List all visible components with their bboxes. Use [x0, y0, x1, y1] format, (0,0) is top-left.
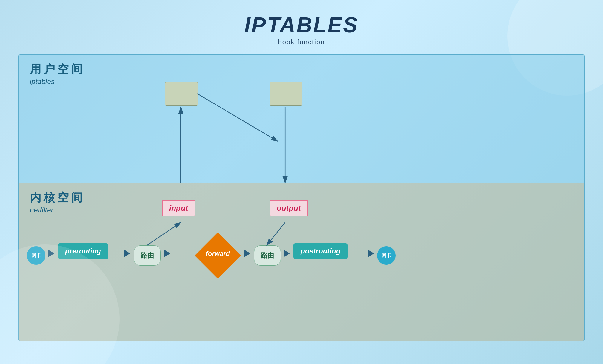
kernel-space-zone: 内核空间 netfilter input output 网卡 preroutin… [19, 183, 584, 341]
page-title-area: IPTABLES hook function [0, 0, 603, 46]
arrow-after-prerouting [124, 250, 130, 257]
forward-diamond [195, 232, 241, 279]
prerouting-box: prerouting [58, 243, 108, 259]
diagram-wrapper: 用户空间 iptables [18, 54, 585, 341]
netcard-left-label: 网卡 [31, 253, 41, 258]
netcard-right: 网卡 [377, 246, 396, 265]
svg-line-9 [267, 222, 285, 245]
output-hook-box: output [270, 200, 308, 216]
routing-left-label: 路由 [141, 251, 154, 260]
postrouting-box: postrouting [293, 243, 348, 259]
arrow-after-routing-left [164, 250, 170, 257]
postrouting-label: postrouting [301, 247, 340, 255]
prerouting-label: prerouting [65, 247, 101, 255]
output-label: output [277, 204, 301, 212]
netcard-right-label: 网卡 [382, 253, 391, 258]
sub-title: hook function [0, 38, 603, 46]
user-space-en-label: iptables [30, 77, 584, 86]
arrow-after-forward [244, 250, 250, 257]
arrow-after-netcard-left [48, 250, 54, 257]
routing-right-box: 路由 [254, 245, 281, 266]
userspace-process-box-right [270, 82, 302, 106]
routing-right-label: 路由 [261, 251, 274, 260]
svg-line-2 [197, 94, 278, 141]
arrow-after-routing-right [284, 250, 290, 257]
routing-left-box: 路由 [134, 245, 161, 266]
user-space-label: 用户空间 iptables [19, 55, 584, 86]
svg-line-8 [147, 222, 181, 245]
main-title: IPTABLES [0, 13, 603, 37]
user-space-cn-label: 用户空间 [30, 62, 584, 77]
arrow-after-postrouting [368, 250, 374, 257]
input-label: input [169, 204, 188, 212]
user-space-zone: 用户空间 iptables [19, 55, 584, 183]
userspace-process-box-left [165, 82, 198, 106]
netcard-left: 网卡 [27, 246, 45, 265]
input-hook-box: input [162, 200, 195, 216]
